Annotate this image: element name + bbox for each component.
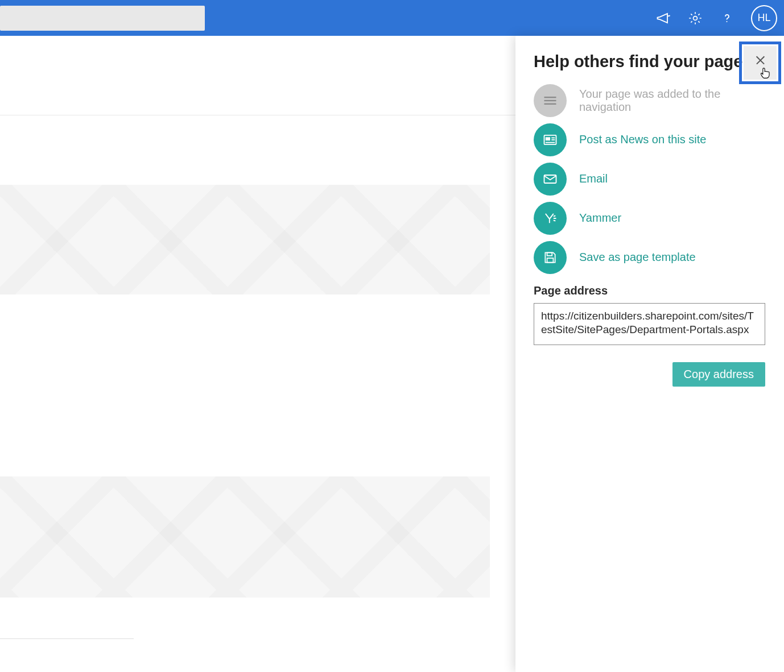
news-icon [534, 123, 567, 156]
help-icon[interactable] [719, 10, 735, 26]
svg-rect-4 [544, 103, 556, 104]
svg-point-1 [727, 21, 728, 22]
content-divider [0, 638, 134, 639]
avatar-initials: HL [757, 12, 770, 24]
content-white-card [0, 294, 490, 476]
avatar[interactable]: HL [751, 5, 777, 31]
svg-rect-6 [546, 137, 550, 140]
option-navigation-added: Your page was added to the navigation [534, 84, 769, 117]
page-address-field[interactable]: https://citizenbuilders.sharepoint.com/s… [534, 303, 765, 346]
panel-option-list: Your page was added to the navigation Po… [534, 84, 769, 274]
topbar-right-group: HL [655, 5, 777, 31]
search-input[interactable] [0, 6, 205, 31]
svg-point-0 [694, 16, 698, 20]
page-address-label: Page address [534, 284, 769, 297]
close-button-highlight [739, 42, 781, 84]
svg-rect-10 [544, 175, 556, 183]
option-save-template[interactable]: Save as page template [534, 241, 769, 274]
option-post-news[interactable]: Post as News on this site [534, 123, 769, 156]
hero-image-1 [0, 185, 490, 294]
email-icon [534, 163, 567, 196]
save-icon [534, 241, 567, 274]
option-label: Email [579, 172, 608, 185]
panel-header: Help others find your page [534, 52, 769, 72]
option-label: Post as News on this site [579, 133, 706, 146]
megaphone-icon[interactable] [655, 10, 671, 26]
gear-icon[interactable] [687, 10, 703, 26]
copy-address-button[interactable]: Copy address [672, 362, 765, 387]
panel-title: Help others find your page [534, 52, 742, 72]
option-label: Your page was added to the navigation [579, 88, 769, 114]
svg-rect-11 [547, 252, 552, 255]
close-button[interactable] [744, 46, 777, 80]
top-bar: HL [0, 0, 784, 36]
svg-rect-12 [547, 258, 554, 263]
option-yammer[interactable]: Yammer [534, 202, 769, 235]
option-email[interactable]: Email [534, 163, 769, 196]
copy-row: Copy address [534, 362, 765, 387]
svg-rect-2 [544, 97, 556, 98]
option-label: Save as page template [579, 251, 696, 264]
svg-rect-3 [544, 100, 556, 101]
yammer-icon [534, 202, 567, 235]
close-icon [755, 54, 766, 65]
help-others-panel: Help others find your page Your page was… [515, 36, 784, 672]
cursor-hand-icon [760, 67, 771, 80]
navigation-icon [534, 84, 567, 117]
option-label: Yammer [579, 211, 621, 225]
hero-image-2 [0, 476, 490, 598]
